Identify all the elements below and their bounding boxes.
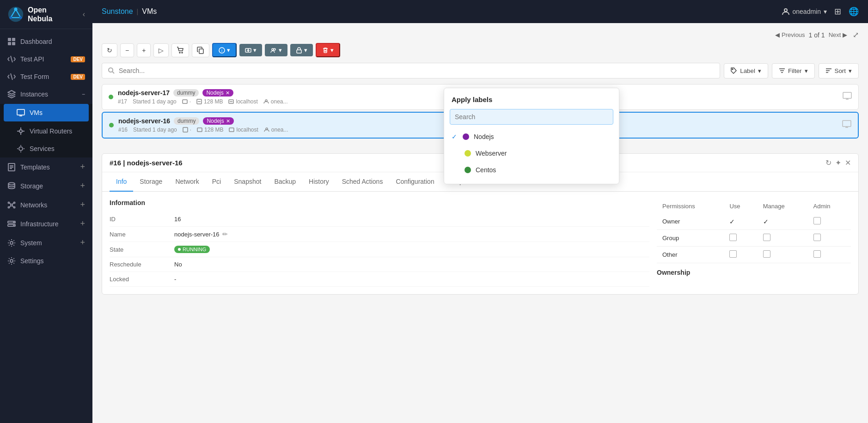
sidebar-item-storage[interactable]: Storage + [0,176,92,195]
sidebar-item-networks[interactable]: Networks + [0,195,92,214]
tab-storage[interactable]: Storage [133,172,169,192]
cart-button[interactable] [171,43,189,57]
sidebar-item-services[interactable]: Services [0,140,92,157]
svg-rect-70 [843,92,851,98]
topbar-right: oneadmin ▾ ⊞ 🌐 [782,6,859,17]
sidebar-item-settings[interactable]: Settings [0,252,92,270]
templates-plus-icon[interactable]: + [80,162,85,172]
globe-icon[interactable]: 🌐 [849,6,859,17]
tab-sched-actions[interactable]: Sched Actions [336,172,390,192]
svg-rect-51 [297,50,301,53]
detail-pin-button[interactable]: ✦ [835,158,841,167]
vm-storage: 128 MB [197,127,223,133]
label-option-nodejs[interactable]: ✓ Nodejs [444,128,619,145]
dashboard-icon [7,37,16,46]
sidebar-nav: Dashboard Test API DEV Test Form DEV Ins… [0,29,92,423]
perm-other-use [724,247,757,263]
label-option-centos[interactable]: Centos [444,162,619,178]
vm-tag-close[interactable]: ✕ [226,118,230,124]
detail-close-button[interactable]: ✕ [845,158,851,167]
monitor-icon [17,109,25,117]
fullscreen-button[interactable]: ⤢ [853,30,859,39]
sunstone-link[interactable]: Sunstone [102,7,133,16]
networks-plus-icon[interactable]: + [80,200,85,210]
vm-tag-close[interactable]: ✕ [226,90,230,96]
tab-network[interactable]: Network [169,172,205,192]
info-value-name: nodejs-server-16 ✏ [174,230,649,238]
user-icon [782,7,790,16]
tab-pci[interactable]: Pci [206,172,227,192]
storage-plus-icon[interactable]: + [80,181,85,191]
lock-button[interactable]: ▾ [290,44,313,56]
add-button[interactable]: + [137,43,151,57]
tab-history[interactable]: History [302,172,336,192]
vm-name: nodejs-server-17 [118,89,170,97]
svg-rect-7 [12,42,15,45]
svg-text:i: i [221,48,222,53]
sidebar-item-vms[interactable]: VMs [4,104,89,121]
information-section: Information ID 16 Name nodejs-server-16 … [110,199,649,287]
copy-button[interactable] [192,43,209,57]
delete-button[interactable]: ▾ [316,43,340,57]
sidebar-item-infrastructure[interactable]: Infrastructure + [0,214,92,233]
migration-button[interactable]: ▾ [239,44,262,56]
vm-monitor-icon [842,120,851,131]
sidebar-item-templates[interactable]: Templates + [0,157,92,176]
search-input[interactable] [119,67,714,74]
play-button[interactable]: ▷ [153,43,169,57]
vm-tag-nodejs: Nodejs ✕ [203,117,233,125]
refresh-button[interactable]: ↻ [102,43,117,57]
gear-icon [7,257,16,265]
label-option-webserver[interactable]: Webserver [444,145,619,162]
sidebar-toggle-button[interactable]: ‹ [83,10,85,18]
content-area: ⤢ ◀ Previous 1 of 1 Next ▶ ⤢ ↻ − + ▷ i ▾ [92,23,868,423]
label-btn-text: Label [740,67,755,74]
user-menu[interactable]: oneadmin ▾ [782,7,827,16]
svg-line-9 [11,73,12,80]
svg-line-8 [11,56,12,62]
sidebar-item-test-form[interactable]: Test Form DEV [0,68,92,85]
tab-info[interactable]: Info [110,172,133,192]
sidebar-item-label: Test Form [20,73,49,80]
svg-point-2 [10,17,12,19]
main-area: Sunstone | VMs oneadmin ▾ ⊞ 🌐 ⤢ ◀ Previo… [92,0,868,423]
migration-icon [245,47,251,54]
info-label-name: Name [110,231,174,238]
system-plus-icon[interactable]: + [80,238,85,248]
info-label-state: State [110,246,174,253]
svg-rect-43 [199,49,203,54]
sidebar-item-system[interactable]: System + [0,233,92,252]
grid-view-icon[interactable]: ⊞ [834,6,841,17]
vm-user: onea... [264,127,288,133]
tab-backup[interactable]: Backup [268,172,302,192]
minus-button[interactable]: − [120,43,134,57]
filter-button[interactable]: Filter ▾ [772,63,815,79]
infrastructure-plus-icon[interactable]: + [80,219,85,229]
vm-started: Started 1 day ago [133,98,177,105]
group-button[interactable]: ▾ [265,44,287,56]
sort-button[interactable]: Sort ▾ [819,63,859,79]
label-button[interactable]: Label ▾ [724,63,768,79]
detail-refresh-button[interactable]: ↻ [825,158,831,167]
label-search-input[interactable] [450,109,613,125]
sidebar-item-label: Dashboard [20,38,52,45]
sidebar-item-virtual-routers[interactable]: Virtual Routers [0,122,92,140]
svg-line-33 [12,205,14,207]
tab-snapshot[interactable]: Snapshot [227,172,268,192]
router-icon [17,127,25,135]
sidebar-item-dashboard[interactable]: Dashboard [0,33,92,50]
info-label-locked: Locked [110,276,174,283]
perm-role-owner: Owner [657,213,724,230]
svg-point-55 [109,68,113,72]
state-button[interactable]: i ▾ [212,43,237,57]
prev-page-button[interactable]: ◀ Previous [775,31,805,38]
tab-configuration[interactable]: Configuration [389,172,440,192]
next-page-button[interactable]: Next ▶ [829,31,847,38]
search-box [102,63,720,79]
info-label-id: ID [110,216,174,223]
server-icon [7,220,16,228]
sidebar-item-label: Test API [20,55,44,63]
sidebar-item-instances[interactable]: Instances − [0,85,92,103]
sidebar-item-test-api[interactable]: Test API DEV [0,50,92,68]
name-edit-button[interactable]: ✏ [222,230,228,238]
